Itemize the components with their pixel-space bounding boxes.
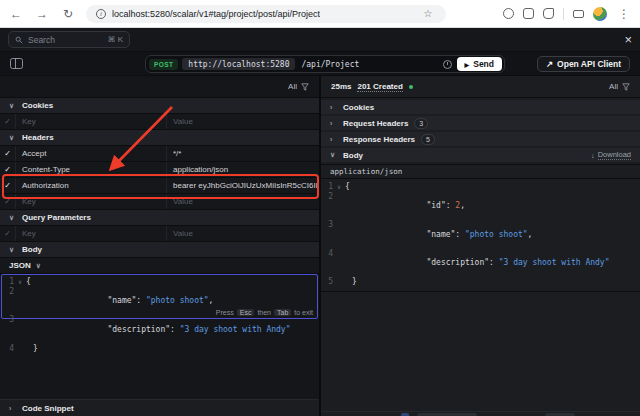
line-number: 1 bbox=[321, 182, 333, 192]
query-placeholder-row[interactable]: ✓ Key Value bbox=[0, 226, 319, 242]
tab-group-icon[interactable] bbox=[573, 10, 584, 18]
header-placeholder-row[interactable]: ✓ Key Value bbox=[0, 194, 319, 210]
browser-url[interactable]: localhost:5280/scalar/v1#tag/project/pos… bbox=[112, 9, 320, 19]
response-section-request-headers[interactable]: › Request Headers 3 bbox=[321, 116, 640, 130]
chevron-right-icon: › bbox=[330, 104, 337, 111]
header-key[interactable]: Content-Type bbox=[16, 162, 166, 177]
check-icon: ✓ bbox=[4, 117, 11, 126]
response-panel: 25ms 201 Created All › Cookies › Request… bbox=[321, 76, 640, 416]
play-icon: ▶ bbox=[465, 61, 470, 68]
row-checkbox[interactable]: ✓ bbox=[0, 162, 16, 177]
header-value[interactable]: bearer eyJhbGciOiJIUzUxMiIsInR5cCI6IkpXV… bbox=[166, 178, 319, 193]
filter-funnel-icon[interactable] bbox=[301, 83, 309, 91]
key-placeholder[interactable]: Key bbox=[16, 226, 166, 241]
section-body[interactable]: ∨ Body bbox=[0, 242, 319, 258]
filter-all-label: All bbox=[609, 82, 618, 91]
response-section-body[interactable]: ∨ Body ↓ Download bbox=[321, 148, 640, 162]
back-icon[interactable]: ← bbox=[8, 6, 24, 22]
section-query-parameters[interactable]: ∨ Query Parameters bbox=[0, 210, 319, 226]
section-cookies[interactable]: ∨ Cookies bbox=[0, 98, 319, 114]
header-row-authorization[interactable]: ✓ Authorization bearer eyJhbGciOiJIUzUxM… bbox=[0, 178, 319, 194]
value-placeholder[interactable]: Value bbox=[166, 114, 319, 129]
history-clock-icon[interactable] bbox=[443, 60, 452, 69]
row-checkbox[interactable]: ✓ bbox=[0, 226, 16, 241]
section-code-snippet[interactable]: › Code Snippet bbox=[0, 399, 319, 416]
download-button[interactable]: ↓ Download bbox=[591, 150, 631, 160]
chevron-down-icon: ∨ bbox=[9, 246, 16, 254]
code-token: "3 day shoot with Andy" bbox=[499, 258, 610, 267]
send-label: Send bbox=[473, 59, 494, 69]
browser-toolbar-icons: ⋮ bbox=[503, 6, 632, 22]
header-row-accept[interactable]: ✓ Accept */* bbox=[0, 146, 319, 162]
line-number: 4 bbox=[2, 344, 14, 354]
screen: ← → ↻ i localhost:5280/scalar/v1#tag/pro… bbox=[0, 0, 640, 416]
header-value[interactable]: application/json bbox=[166, 162, 319, 177]
http-method-badge[interactable]: POST bbox=[149, 59, 178, 70]
extension-icon[interactable] bbox=[523, 8, 534, 19]
code-token: , bbox=[528, 230, 533, 239]
response-body-viewer[interactable]: 1 ∨ { 2 "id": 2, 3 bbox=[321, 179, 640, 292]
section-headers[interactable]: ∨ Headers bbox=[0, 130, 319, 146]
client-topbar: Search ⌘ K × bbox=[0, 28, 640, 52]
code-token: { bbox=[26, 277, 31, 287]
send-button[interactable]: ▶ Send bbox=[457, 57, 502, 71]
chevron-right-icon: › bbox=[330, 136, 337, 143]
close-icon[interactable]: × bbox=[624, 33, 632, 46]
code-token: "description" bbox=[426, 258, 489, 267]
row-checkbox[interactable]: ✓ bbox=[0, 194, 16, 209]
line-number: 4 bbox=[321, 249, 333, 278]
line-number: 5 bbox=[321, 277, 333, 287]
cookie-placeholder-row[interactable]: ✓ Key Value bbox=[0, 114, 319, 130]
fold-icon[interactable]: ∨ bbox=[14, 277, 26, 287]
request-filter-row: All bbox=[0, 76, 319, 98]
header-key[interactable]: Accept bbox=[16, 146, 166, 161]
response-section-cookies[interactable]: › Cookies bbox=[321, 100, 640, 114]
response-status[interactable]: 201 Created bbox=[357, 82, 402, 92]
key-placeholder[interactable]: Key bbox=[16, 114, 166, 129]
browser-address-bar[interactable]: i localhost:5280/scalar/v1#tag/project/p… bbox=[86, 5, 446, 23]
header-row-content-type[interactable]: ✓ Content-Type application/json bbox=[0, 162, 319, 178]
header-key[interactable]: Authorization bbox=[16, 178, 166, 193]
row-checkbox[interactable]: ✓ bbox=[0, 146, 16, 161]
response-filter-dropdown[interactable]: All bbox=[609, 82, 630, 91]
code-line: 5 } bbox=[321, 277, 640, 287]
request-path-input[interactable]: /api/Project bbox=[301, 60, 442, 69]
forward-icon[interactable]: → bbox=[34, 6, 50, 22]
browser-menu-icon[interactable]: ⋮ bbox=[616, 6, 632, 22]
scalar-api-client: Search ⌘ K × POST http://localhost:5280 … bbox=[0, 28, 640, 416]
divider bbox=[563, 8, 564, 20]
request-body-editor[interactable]: 1 ∨ { 2 "name": "photo shoot", 3 bbox=[1, 274, 318, 319]
response-section-response-headers[interactable]: › Response Headers 5 bbox=[321, 132, 640, 146]
site-info-icon[interactable]: i bbox=[96, 9, 106, 19]
code-line: 4 } bbox=[2, 344, 317, 354]
filter-all-dropdown[interactable]: All bbox=[288, 82, 297, 91]
chevron-down-icon: ∨ bbox=[9, 214, 16, 222]
chevron-down-icon: ∨ bbox=[9, 102, 16, 110]
value-placeholder[interactable]: Value bbox=[166, 226, 319, 241]
extensions-puzzle-icon[interactable] bbox=[543, 8, 554, 19]
fold-icon[interactable]: ∨ bbox=[333, 182, 345, 192]
key-placeholder[interactable]: Key bbox=[16, 194, 166, 209]
request-address-bar[interactable]: POST http://localhost:5280 /api/Project … bbox=[145, 55, 505, 73]
sidebar-toggle-icon[interactable] bbox=[10, 58, 23, 69]
value-placeholder[interactable]: Value bbox=[166, 194, 319, 209]
status-dot-icon bbox=[409, 85, 413, 89]
server-url-chip[interactable]: http://localhost:5280 bbox=[182, 58, 295, 70]
row-checkbox[interactable]: ✓ bbox=[0, 178, 16, 193]
count-badge: 5 bbox=[421, 134, 435, 145]
reload-icon[interactable]: ↻ bbox=[60, 6, 76, 22]
bookmark-star-icon[interactable]: ☆ bbox=[420, 6, 436, 22]
body-format-dropdown[interactable]: JSON ∨ bbox=[0, 258, 319, 274]
code-token: : bbox=[170, 325, 180, 334]
cutoff-bottom-row bbox=[321, 411, 640, 416]
check-icon: ✓ bbox=[4, 165, 11, 174]
profile-avatar[interactable] bbox=[593, 7, 607, 21]
code-token: } bbox=[345, 277, 357, 287]
download-label: Download bbox=[598, 150, 631, 160]
extension-icon[interactable] bbox=[503, 8, 514, 19]
open-api-client-button[interactable]: ↗ Open API Client bbox=[537, 56, 630, 72]
row-checkbox[interactable]: ✓ bbox=[0, 114, 16, 129]
header-value[interactable]: */* bbox=[166, 146, 319, 161]
body-format-label: JSON bbox=[9, 261, 31, 270]
search-input[interactable]: Search ⌘ K bbox=[8, 31, 130, 48]
